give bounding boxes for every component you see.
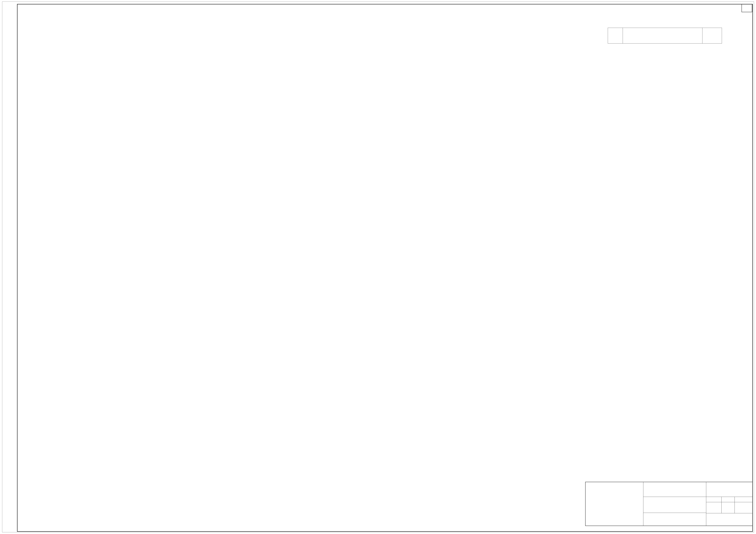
- sheet-label: [722, 497, 735, 502]
- sheet-number: [722, 502, 735, 513]
- col-header-name: [623, 28, 702, 43]
- title-block-right: [706, 482, 752, 526]
- stage-label: [706, 497, 722, 502]
- explication-table: [608, 28, 722, 43]
- title-block-revision-grid: [585, 482, 643, 526]
- col-header-area: [702, 28, 722, 43]
- sheets-label: [735, 497, 752, 502]
- sheet-name: [643, 513, 706, 526]
- floor-plan: [0, 0, 756, 534]
- object-name: [643, 497, 706, 513]
- drawing-sheet: [0, 0, 756, 534]
- stage-value: [706, 502, 722, 513]
- col-header-number: [608, 28, 623, 43]
- explication: [608, 24, 721, 43]
- title-block-middle: [643, 482, 706, 526]
- title-block: [585, 482, 753, 526]
